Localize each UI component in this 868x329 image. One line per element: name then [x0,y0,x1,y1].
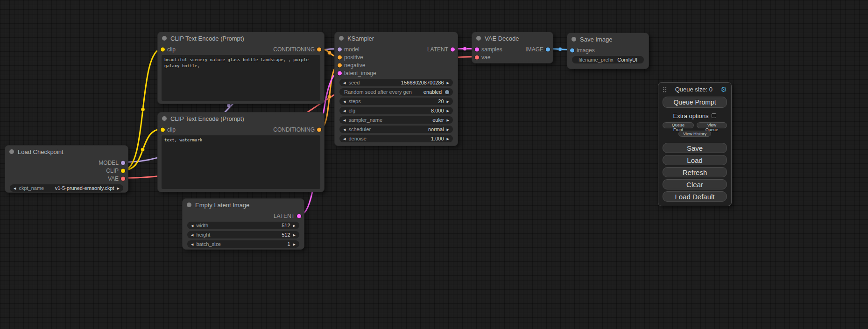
queue-prompt-button[interactable]: Queue Prompt [663,97,727,108]
increment-arrow-icon[interactable] [293,233,296,237]
slot-label: clip [167,46,176,53]
images-input-port[interactable] [570,48,574,52]
increment-arrow-icon[interactable] [447,100,449,103]
node-header[interactable]: CLIP Text Encode (Prompt) [158,32,324,44]
node-header[interactable]: Save Image [567,33,649,45]
input-slot-vae: vae [472,53,553,61]
extra-options-checkbox[interactable] [712,113,716,118]
increment-arrow-icon[interactable] [293,224,296,227]
collapse-dot-icon[interactable] [476,36,481,41]
node-clip-text-encode-positive[interactable]: CLIP Text Encode (Prompt) clip CONDITION… [157,32,325,104]
node-ksampler[interactable]: KSampler model LATENT positive negative … [334,32,458,146]
comfy-menu: Queue size: 0 Queue Prompt Extra options… [658,82,732,206]
model-output-port[interactable] [121,161,125,165]
decrement-arrow-icon[interactable] [343,109,346,112]
toggle-dot-icon[interactable] [445,90,449,94]
model-input-port[interactable] [338,47,342,51]
widget-batch-size[interactable]: batch_size 1 [187,240,299,248]
increment-arrow-icon[interactable] [447,81,449,84]
view-queue-button[interactable]: View Queue [697,122,727,128]
queue-size-label: Queue size: 0 [667,86,721,93]
increment-arrow-icon[interactable] [447,119,449,122]
widget-value: v1-5-pruned-emaonly.ckpt [55,185,114,191]
node-header[interactable]: VAE Decode [472,32,553,44]
collapse-dot-icon[interactable] [162,36,167,41]
node-header[interactable]: KSampler [335,32,458,44]
node-vae-decode[interactable]: VAE Decode samples IMAGE vae [472,32,553,63]
slot-row-clip-conditioning: clip CONDITIONING [158,45,324,53]
widget-steps[interactable]: steps 20 [339,98,453,105]
slot-label: model [344,46,360,53]
latent-image-input-port[interactable] [338,71,342,75]
view-history-button[interactable]: View History [678,131,711,137]
image-output-port[interactable] [546,47,550,51]
increment-arrow-icon[interactable] [447,137,449,140]
slot-label: MODEL [99,160,119,166]
decrement-arrow-icon[interactable] [343,100,346,103]
collapse-dot-icon[interactable] [339,36,344,41]
decrement-arrow-icon[interactable] [191,243,193,246]
increment-arrow-icon[interactable] [447,128,449,131]
widget-ckpt-name[interactable]: ckpt_name v1-5-pruned-emaonly.ckpt [10,184,123,192]
collapse-dot-icon[interactable] [9,149,14,154]
widget-scheduler[interactable]: scheduler normal [339,126,453,133]
output-slot-model: MODEL [5,159,128,167]
collapse-dot-icon[interactable] [162,116,167,121]
samples-input-port[interactable] [475,47,479,51]
widget-random-seed-toggle[interactable]: Random seed after every gen enabled [339,88,453,96]
decrement-arrow-icon[interactable] [191,224,193,227]
load-default-button[interactable]: Load Default [663,191,727,202]
node-clip-text-encode-negative[interactable]: CLIP Text Encode (Prompt) clip CONDITION… [157,112,325,192]
increment-arrow-icon[interactable] [293,243,296,246]
decrement-arrow-icon[interactable] [191,233,193,237]
clip-input-port[interactable] [161,47,165,51]
conditioning-output-port[interactable] [317,47,321,51]
conditioning-output-port[interactable] [317,127,321,132]
latent-output-port[interactable] [451,47,455,51]
queue-buttons-row: Queue Front View Queue [663,122,727,128]
node-empty-latent-image[interactable]: Empty Latent Image LATENT width 512 heig… [182,198,304,250]
save-button[interactable]: Save [663,143,727,153]
settings-gear-icon[interactable] [721,86,727,93]
vae-output-port[interactable] [121,176,125,181]
widget-height[interactable]: height 512 [187,231,299,238]
decrement-arrow-icon[interactable] [14,187,16,190]
widget-sampler-name[interactable]: sampler_name euler [339,116,453,124]
decrement-arrow-icon[interactable] [343,137,346,140]
widget-denoise[interactable]: denoise 1.000 [339,135,453,142]
clip-output-port[interactable] [121,168,125,173]
decrement-arrow-icon[interactable] [343,119,346,122]
queue-front-button[interactable]: Queue Front [663,122,694,128]
collapse-dot-icon[interactable] [572,37,576,42]
input-slot-negative: negative [335,61,458,69]
collapse-dot-icon[interactable] [187,203,191,207]
decrement-arrow-icon[interactable] [343,128,346,131]
widget-cfg[interactable]: cfg 8.000 [339,107,453,114]
node-title: Save Image [580,36,612,43]
decrement-arrow-icon[interactable] [343,81,346,84]
clear-button[interactable]: Clear [663,179,727,189]
node-header[interactable]: CLIP Text Encode (Prompt) [158,112,324,125]
widget-filename-prefix[interactable]: filename_prefix ComfyUI [572,56,644,63]
node-save-image[interactable]: Save Image images filename_prefix ComfyU… [567,33,649,69]
node-canvas[interactable]: Load Checkpoint MODEL CLIP VAE ckpt_name… [0,0,868,329]
latent-output-port[interactable] [297,214,301,218]
input-slot-images: images [567,46,649,54]
clip-input-port[interactable] [161,127,165,132]
prompt-textarea[interactable]: beautiful scenery nature glass bottle la… [162,55,320,101]
negative-input-port[interactable] [338,63,342,67]
node-header[interactable]: Empty Latent Image [183,199,304,211]
vae-input-port[interactable] [475,55,479,59]
prompt-textarea[interactable]: text, watermark [162,135,320,189]
widget-width[interactable]: width 512 [187,222,299,229]
positive-input-port[interactable] [338,55,342,59]
increment-arrow-icon[interactable] [117,187,120,190]
drag-handle-icon[interactable] [663,86,667,92]
node-header[interactable]: Load Checkpoint [5,146,128,158]
refresh-button[interactable]: Refresh [663,167,727,177]
output-slot-clip: CLIP [5,167,128,175]
node-load-checkpoint[interactable]: Load Checkpoint MODEL CLIP VAE ckpt_name… [5,145,128,193]
load-button[interactable]: Load [663,155,727,165]
increment-arrow-icon[interactable] [447,109,449,112]
widget-seed[interactable]: seed 156680208700286 [339,79,453,86]
